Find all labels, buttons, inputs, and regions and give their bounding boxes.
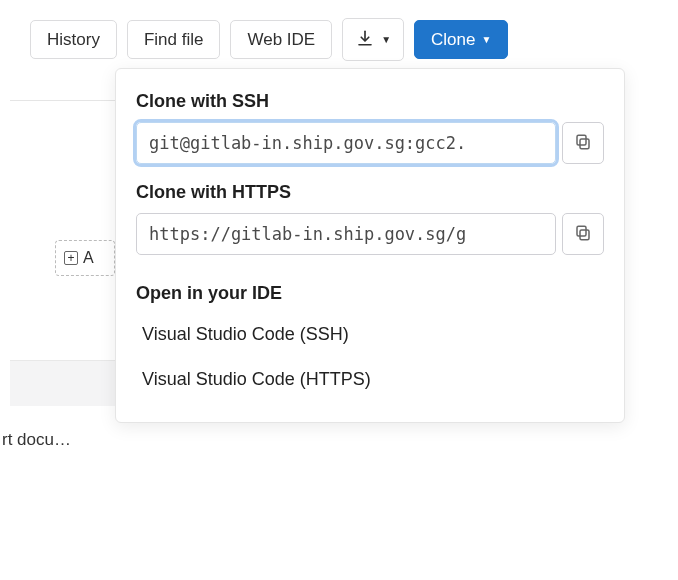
chevron-down-icon: ▼ xyxy=(481,35,491,45)
ide-option-vscode-ssh[interactable]: Visual Studio Code (SSH) xyxy=(136,312,604,357)
clone-button[interactable]: Clone ▼ xyxy=(414,20,508,59)
add-button-partial[interactable]: + A xyxy=(55,240,115,276)
copy-icon xyxy=(574,133,592,154)
svg-rect-3 xyxy=(577,226,586,236)
https-url-input[interactable] xyxy=(136,213,556,255)
copy-https-button[interactable] xyxy=(562,213,604,255)
clone-dropdown-panel: Clone with SSH Clone with HTTPS Open in … xyxy=(115,68,625,423)
download-icon xyxy=(355,29,375,50)
svg-rect-0 xyxy=(580,139,589,149)
row-fragment xyxy=(10,360,120,406)
clone-label: Clone xyxy=(431,31,475,48)
history-button[interactable]: History xyxy=(30,20,117,59)
copy-ssh-button[interactable] xyxy=(562,122,604,164)
svg-rect-1 xyxy=(577,135,586,145)
ide-option-vscode-https[interactable]: Visual Studio Code (HTTPS) xyxy=(136,357,604,402)
truncated-text: rt docu… xyxy=(2,430,92,450)
plus-square-icon: + xyxy=(64,251,78,265)
download-button[interactable]: ▼ xyxy=(342,18,404,61)
add-label-partial: A xyxy=(83,249,94,267)
web-ide-button[interactable]: Web IDE xyxy=(230,20,332,59)
clone-ssh-label: Clone with SSH xyxy=(136,91,604,112)
chevron-down-icon: ▼ xyxy=(381,35,391,45)
find-file-button[interactable]: Find file xyxy=(127,20,221,59)
panel-fragment xyxy=(10,100,120,190)
svg-rect-2 xyxy=(580,230,589,240)
ssh-url-input[interactable] xyxy=(136,122,556,164)
open-in-ide-label: Open in your IDE xyxy=(136,283,604,304)
copy-icon xyxy=(574,224,592,245)
clone-https-label: Clone with HTTPS xyxy=(136,182,604,203)
